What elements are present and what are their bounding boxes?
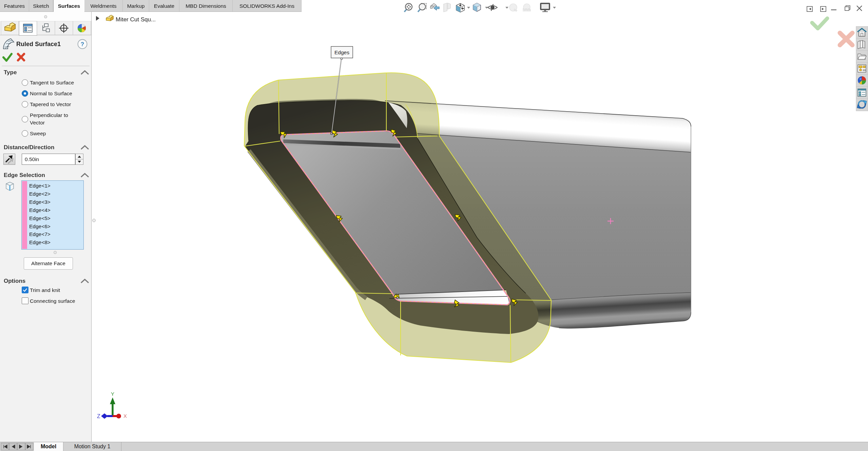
svg-text:Y: Y — [111, 391, 114, 397]
svg-text:Z: Z — [97, 413, 100, 419]
svg-text:Edges: Edges — [334, 50, 349, 55]
svg-text:?: ? — [81, 41, 84, 47]
svg-text:Miter Cut Squ...: Miter Cut Squ... — [116, 16, 156, 23]
svg-text:X: X — [123, 413, 127, 419]
